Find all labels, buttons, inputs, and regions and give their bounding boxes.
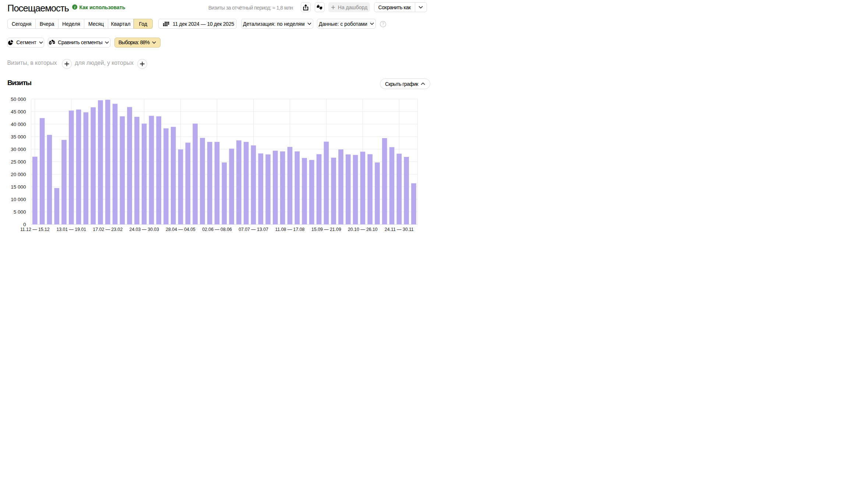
svg-text:20.10 — 26.10: 20.10 — 26.10 (348, 227, 378, 232)
svg-text:02.06 — 08.06: 02.06 — 08.06 (202, 227, 232, 232)
svg-text:11.12 — 15.12: 11.12 — 15.12 (20, 227, 50, 232)
svg-text:30 000: 30 000 (11, 147, 26, 152)
svg-text:35 000: 35 000 (11, 134, 26, 140)
svg-text:?: ? (382, 22, 384, 26)
svg-text:i: i (74, 5, 75, 9)
svg-text:17.02 — 23.02: 17.02 — 23.02 (93, 227, 123, 232)
svg-text:10 000: 10 000 (11, 197, 26, 202)
svg-text:13.01 — 19.01: 13.01 — 19.01 (56, 227, 86, 232)
svg-text:45 000: 45 000 (11, 109, 26, 115)
svg-text:25 000: 25 000 (11, 159, 26, 165)
svg-text:20 000: 20 000 (11, 172, 26, 177)
svg-text:15 000: 15 000 (11, 184, 26, 190)
svg-text:07.07 — 13.07: 07.07 — 13.07 (239, 227, 268, 232)
svg-text:15.09 — 21.09: 15.09 — 21.09 (311, 227, 341, 232)
svg-text:11.08 — 17.08: 11.08 — 17.08 (275, 227, 305, 232)
svg-text:40 000: 40 000 (11, 122, 26, 127)
svg-text:5 000: 5 000 (14, 209, 26, 215)
svg-text:0: 0 (23, 222, 26, 227)
svg-text:50 000: 50 000 (11, 97, 26, 102)
svg-text:24.11 — 30.11: 24.11 — 30.11 (385, 227, 414, 232)
svg-text:28.04 — 04.05: 28.04 — 04.05 (166, 227, 195, 232)
svg-text:24.03 — 30.03: 24.03 — 30.03 (129, 227, 159, 232)
